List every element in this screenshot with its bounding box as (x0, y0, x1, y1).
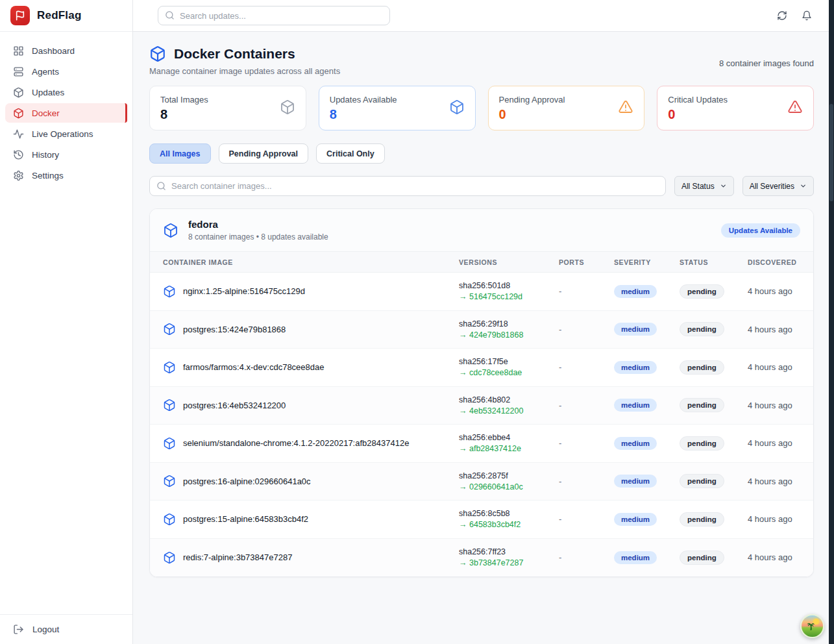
current-version: sha256:29f18 (459, 319, 559, 328)
table-row[interactable]: selenium/standalone-chrome:4.1.2-2022021… (150, 425, 813, 463)
stat-label: Updates Available (330, 95, 397, 105)
filter-row: All Status All Severities (149, 176, 814, 196)
global-search-input[interactable] (158, 6, 390, 25)
palm-tree-icon (805, 620, 816, 632)
col-container-image: CONTAINER IMAGE (163, 258, 459, 266)
col-severity: SEVERITY (614, 258, 680, 266)
table-row[interactable]: postgres:16:4eb532412200 sha256:4b802 → … (150, 387, 813, 425)
group-name: fedora (188, 219, 328, 230)
severity-badge: medium (614, 551, 657, 564)
ports-value: - (559, 477, 614, 486)
logout-button[interactable]: Logout (0, 614, 132, 644)
status-badge: pending (680, 360, 724, 375)
package-icon (163, 323, 176, 336)
status-badge: pending (680, 398, 724, 412)
sidebar-item-label: Dashboard (32, 46, 75, 56)
status-select-value: All Status (681, 182, 715, 191)
update-version: → 516475cc129d (459, 292, 559, 301)
severity-select[interactable]: All Severities (742, 176, 814, 196)
stat-value: 0 (668, 106, 728, 122)
sidebar-item-label: Live Operations (32, 129, 93, 139)
brand: RedFlag (0, 0, 132, 32)
sidebar-item-dashboard[interactable]: Dashboard (5, 41, 127, 60)
status-select[interactable]: All Status (674, 176, 734, 196)
stat-card-critical-updates: Critical Updates 0 (657, 86, 814, 130)
discovered-value: 4 hours ago (748, 514, 800, 524)
sidebar-item-live-operations[interactable]: Live Operations (5, 124, 127, 143)
island-widget-button[interactable] (800, 614, 824, 638)
ports-value: - (559, 325, 614, 334)
package-icon (163, 223, 178, 238)
search-icon (156, 181, 166, 191)
package-icon (163, 475, 176, 488)
container-image-name: selenium/standalone-chrome:4.1.2-2022021… (183, 438, 409, 448)
table-row[interactable]: postgres:16-alpine:029660641a0c sha256:2… (150, 463, 813, 501)
page-title: Docker Containers (174, 46, 295, 62)
table-row[interactable]: postgres:15:424e79b81868 sha256:29f18 → … (150, 311, 813, 349)
discovered-value: 4 hours ago (748, 401, 800, 410)
sidebar-item-history[interactable]: History (5, 145, 127, 164)
image-search (149, 176, 666, 196)
container-image-name: farmos/farmos:4.x-dev:cdc78cee8dae (183, 362, 325, 372)
col-status: STATUS (680, 258, 748, 266)
current-version: sha256:2875f (459, 471, 559, 480)
severity-badge: medium (614, 399, 657, 412)
discovered-value: 4 hours ago (748, 477, 800, 486)
col-ports: PORTS (559, 258, 614, 266)
sidebar-item-docker[interactable]: Docker (5, 103, 127, 123)
stat-label: Critical Updates (668, 95, 728, 105)
sidebar-item-updates[interactable]: Updates (5, 82, 127, 102)
sidebar-item-label: Settings (32, 171, 64, 180)
topbar-actions (777, 10, 812, 21)
tab-pending-approval[interactable]: Pending Approval (219, 143, 309, 164)
update-version: → cdc78cee8dae (459, 368, 559, 377)
sidebar-item-label: History (32, 150, 59, 160)
tab-all-images[interactable]: All Images (149, 143, 211, 164)
table-row[interactable]: nginx:1.25-alpine:516475cc129d sha256:50… (150, 273, 813, 311)
tab-critical-only[interactable]: Critical Only (316, 143, 385, 164)
sidebar-item-label: Agents (32, 67, 59, 77)
container-image-name: postgres:15:424e79b81868 (183, 325, 286, 334)
flag-icon (15, 10, 25, 21)
ports-value: - (559, 362, 614, 372)
current-version: sha256:7ff23 (459, 547, 559, 556)
bell-icon[interactable] (802, 10, 812, 21)
container-image-name: nginx:1.25-alpine:516475cc129d (183, 286, 305, 296)
update-version: → 3b73847e7287 (459, 558, 559, 567)
filter-tabs: All Images Pending Approval Critical Onl… (149, 143, 814, 164)
refresh-icon[interactable] (777, 10, 787, 21)
page-content: Docker Containers Manage container image… (133, 32, 829, 644)
update-version: → 029660641a0c (459, 482, 559, 491)
package-icon (163, 437, 176, 450)
page-subtitle: Manage container image updates across al… (149, 66, 340, 76)
severity-badge: medium (614, 437, 657, 450)
sidebar-nav: Dashboard Agents Updates Docker Live Ope… (0, 32, 132, 614)
ports-value: - (559, 552, 614, 562)
status-badge: pending (680, 284, 724, 299)
severity-badge: medium (614, 513, 657, 526)
discovered-value: 4 hours ago (748, 552, 800, 562)
table-row[interactable]: farmos/farmos:4.x-dev:cdc78cee8dae sha25… (150, 349, 813, 387)
table-row[interactable]: postgres:15-alpine:64583b3cb4f2 sha256:8… (150, 501, 813, 539)
severity-badge: medium (614, 285, 657, 298)
window-edge-strip (829, 0, 834, 644)
package-icon (13, 108, 24, 119)
table-row[interactable]: redis:7-alpine:3b73847e7287 sha256:7ff23… (150, 539, 813, 577)
current-version: sha256:ebbe4 (459, 433, 559, 442)
topbar (133, 0, 829, 32)
status-badge: pending (680, 551, 724, 565)
sidebar-item-agents[interactable]: Agents (5, 62, 127, 81)
container-image-name: postgres:15-alpine:64583b3cb4f2 (183, 514, 308, 524)
table-column-headers: CONTAINER IMAGE VERSIONS PORTS SEVERITY … (150, 252, 813, 273)
stat-cards: Total Images 8 Updates Available 8 Pendi… (149, 86, 814, 130)
scrollbar-thumb[interactable] (829, 104, 833, 201)
sidebar: RedFlag Dashboard Agents Updates Docker … (0, 0, 133, 644)
discovered-value: 4 hours ago (748, 286, 800, 296)
stat-label: Total Images (160, 95, 208, 105)
stat-value: 8 (330, 106, 397, 122)
image-search-input[interactable] (149, 176, 666, 196)
status-badge: pending (680, 512, 724, 526)
logout-label: Logout (32, 625, 59, 634)
history-icon (13, 149, 24, 160)
sidebar-item-settings[interactable]: Settings (5, 166, 127, 185)
